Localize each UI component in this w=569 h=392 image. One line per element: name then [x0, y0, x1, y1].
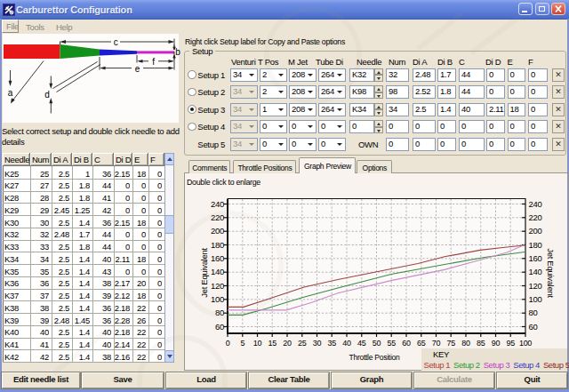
svg-text:45: 45	[357, 339, 366, 348]
svg-text:240: 240	[529, 199, 542, 209]
svg-text:85: 85	[477, 339, 485, 348]
svg-text:180: 180	[529, 240, 542, 250]
svg-text:95: 95	[506, 339, 515, 348]
svg-text:Jet Equivalent: Jet Equivalent	[199, 248, 209, 298]
svg-text:220: 220	[529, 212, 542, 222]
svg-text:5: 5	[240, 339, 244, 348]
svg-text:200: 200	[529, 226, 542, 236]
svg-text:75: 75	[446, 339, 455, 348]
svg-text:60: 60	[215, 322, 224, 332]
svg-text:100: 100	[529, 294, 542, 304]
svg-text:80: 80	[529, 308, 538, 317]
svg-text:65: 65	[417, 339, 426, 348]
svg-text:Throttle Position: Throttle Position	[349, 353, 399, 363]
svg-text:70: 70	[432, 339, 441, 348]
svg-text:200: 200	[211, 226, 224, 236]
svg-text:Jet Equivalent: Jet Equivalent	[546, 248, 556, 298]
svg-text:90: 90	[492, 339, 501, 348]
svg-text:40: 40	[342, 339, 351, 348]
svg-text:160: 160	[529, 253, 542, 263]
svg-text:80: 80	[461, 339, 470, 348]
svg-text:60: 60	[402, 339, 411, 348]
svg-text:100: 100	[519, 339, 532, 348]
svg-text:160: 160	[211, 253, 224, 263]
svg-text:60: 60	[529, 322, 538, 332]
svg-text:35: 35	[327, 339, 336, 348]
svg-text:0: 0	[226, 339, 230, 348]
svg-text:25: 25	[298, 339, 307, 348]
svg-text:20: 20	[283, 339, 292, 348]
svg-text:30: 30	[313, 339, 322, 348]
svg-text:140: 140	[211, 267, 224, 276]
svg-text:120: 120	[529, 281, 542, 291]
svg-text:140: 140	[529, 267, 542, 276]
svg-text:80: 80	[215, 308, 224, 317]
svg-text:10: 10	[253, 339, 262, 348]
svg-text:240: 240	[211, 199, 224, 209]
svg-text:100: 100	[211, 294, 224, 304]
svg-text:120: 120	[211, 281, 224, 291]
svg-text:180: 180	[211, 240, 224, 250]
svg-text:220: 220	[211, 212, 224, 222]
svg-text:15: 15	[268, 339, 276, 348]
svg-text:55: 55	[387, 339, 396, 348]
svg-text:50: 50	[373, 339, 381, 348]
